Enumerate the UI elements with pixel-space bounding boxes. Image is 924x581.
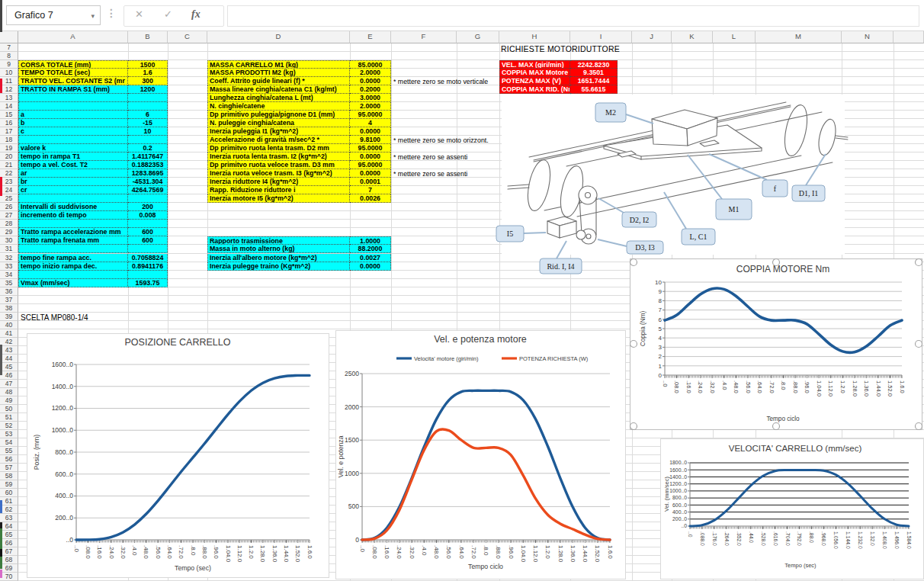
input_left-value-cell[interactable] [128,271,168,279]
input_left-label-cell[interactable]: CORSA TOTALE (mm) [18,60,128,69]
row-header-63[interactable]: 63 [0,514,18,522]
input_mid-value-cell[interactable]: 0.0026 [350,194,391,203]
input_left-value-cell[interactable]: 0.1882353 [128,161,168,169]
input_mid-value-cell[interactable]: 0.0000 [350,127,391,136]
column-header-F[interactable]: F [391,30,457,43]
row-header-23[interactable]: 23 [0,178,18,186]
richieste-value-cell[interactable]: 9.3501 [570,69,618,77]
input_left-label-cell[interactable]: Intervalli di suddivisone [18,203,128,211]
chart-velocita-carrello[interactable]: ..0200..0400..0600..0800..01000..01200..… [660,438,924,579]
input_left-label-cell[interactable]: Vmax (mm/sec) [18,279,128,287]
row-header-69[interactable]: 69 [0,564,18,573]
trasm-value-cell[interactable]: 0.0027 [350,254,391,262]
input_mid-label-cell[interactable]: Dp primitvo ruota lenta trasm. D2 mm [207,144,350,152]
row-header-37[interactable]: 37 [0,296,18,304]
richieste-value-cell[interactable]: 1651.7444 [570,77,618,85]
row-header-64[interactable]: 64 [0,522,18,531]
row-header-33[interactable]: 33 [0,262,18,271]
row-header-18[interactable]: 18 [0,136,18,144]
row-header-43[interactable]: 43 [0,346,18,355]
input_left-label-cell[interactable]: incremento di tempo [18,211,128,220]
row-header-49[interactable]: 49 [0,396,18,405]
trasm-value-cell[interactable]: 88.2000 [350,245,391,253]
input_left-value-cell[interactable]: 300 [128,77,168,85]
row-header-29[interactable]: 29 [0,228,18,236]
trasm-value-cell[interactable]: 0.0000 [350,262,391,271]
input_left-label-cell[interactable] [18,94,128,102]
richieste-label-cell[interactable]: COPPIA MAX Motore (Nr [499,69,570,77]
input_mid-value-cell[interactable]: 95.0000 [350,111,391,119]
column-header-L[interactable]: L [713,30,756,43]
input_mid-value-cell[interactable]: 9.8100 [350,136,391,144]
input_mid-label-cell[interactable]: Dp primitvo ruota veloce trasm. D3 mm [207,161,350,169]
input_mid-label-cell[interactable]: Coeff. Attrito guide lineari (f) * [207,77,350,85]
input_mid-value-cell[interactable]: 0.0000 [350,77,391,85]
row-header-28[interactable]: 28 [0,220,18,228]
input_left-label-cell[interactable]: tempo in rampa T1 [18,152,128,161]
input_mid-label-cell[interactable]: Rapp. Riduzione riduttore i [207,186,350,194]
input_mid-value-cell[interactable]: 95.0000 [350,161,391,169]
column-header-K[interactable]: K [672,30,713,43]
input_left-label-cell[interactable]: TEMPO TOTALE (sec) [18,69,128,77]
input_mid-label-cell[interactable]: Dp primitivo puleggia/pignone D1 (mm) [207,111,350,119]
column-header-C[interactable]: C [168,30,207,43]
row-header-32[interactable]: 32 [0,254,18,262]
input_left-value-cell[interactable] [128,194,168,203]
row-header-60[interactable]: 60 [0,489,18,497]
input_left-value-cell[interactable]: 0.008 [128,211,168,220]
chart-vel-potenza-motore[interactable]: 05001000150020002500..0.08.0.16.0.24.0.3… [335,330,626,579]
input_left-value-cell[interactable] [128,220,168,228]
trasm-label-cell[interactable]: Inerzia all'albero motore (kg*m^2) [207,254,350,262]
row-header-46[interactable]: 46 [0,371,18,380]
row-header-61[interactable]: 61 [0,497,18,506]
row-header-26[interactable]: 26 [0,203,18,211]
input_left-value-cell[interactable] [128,136,168,144]
row-header-7[interactable]: 7 [0,43,18,52]
input_left-label-cell[interactable]: tempo fine rampa acc. [18,254,128,262]
row-header-24[interactable]: 24 [0,186,18,194]
input_left-label-cell[interactable]: TRATTO VEL. COSTANTE S2 (mr [18,77,128,85]
input_mid-value-cell[interactable]: 0.2000 [350,85,391,94]
row-header-44[interactable]: 44 [0,355,18,363]
input_mid-label-cell[interactable]: N. puleggie cinghia/catena [207,119,350,127]
name-box-dropdown-icon[interactable]: ▾ [91,7,95,25]
input_left-label-cell[interactable]: tempo a vel. Cost. T2 [18,161,128,169]
row-header-12[interactable]: 12 [0,85,18,94]
row-header-65[interactable]: 65 [0,531,18,539]
input_left-label-cell[interactable]: a [18,111,128,119]
input_left-label-cell[interactable]: b [18,119,128,127]
row-header-35[interactable]: 35 [0,279,18,287]
row-header-36[interactable]: 36 [0,287,18,296]
input_left-value-cell[interactable]: 1593.75 [128,279,168,287]
column-header-M[interactable]: M [756,30,842,43]
input_left-value-cell[interactable]: 1.6 [128,69,168,77]
input_left-label-cell[interactable]: Tratto rampa frenata mm [18,236,128,245]
selection-handle[interactable] [773,423,780,430]
input_left-value-cell[interactable]: 0.7058824 [128,254,168,262]
row-header-10[interactable]: 10 [0,69,18,77]
input_mid-label-cell[interactable]: MASSA CARRELLO M1 (kg) [207,60,350,69]
input_left-label-cell[interactable] [18,136,128,144]
input_left-label-cell[interactable]: valore k [18,144,128,152]
input_left-value-cell[interactable]: 0.8941176 [128,262,168,271]
input_mid-value-cell[interactable]: 4 [350,119,391,127]
selection-handle[interactable] [916,259,922,266]
row-header-27[interactable]: 27 [0,211,18,220]
row-header-62[interactable]: 62 [0,506,18,514]
row-header-21[interactable]: 21 [0,161,18,169]
column-header-partial[interactable] [894,30,924,43]
trasm-label-cell[interactable]: Massa in moto alterno (kg) [207,245,350,253]
column-header-E[interactable]: E [350,30,391,43]
input_mid-value-cell[interactable]: 7 [350,186,391,194]
row-header-34[interactable]: 34 [0,271,18,279]
insert-function-icon[interactable]: fx [191,8,201,21]
row-header-40[interactable]: 40 [0,321,18,329]
richieste-label-cell[interactable]: POTENZA MAX (V) [499,77,570,85]
input_left-value-cell[interactable] [128,102,168,111]
row-header-54[interactable]: 54 [0,438,18,447]
input_mid-value-cell[interactable]: 2.0000 [350,102,391,111]
column-header-A[interactable]: A [18,30,128,43]
row-header-50[interactable]: 50 [0,405,18,413]
row-header-45[interactable]: 45 [0,363,18,371]
input_left-value-cell[interactable]: 600 [128,228,168,236]
